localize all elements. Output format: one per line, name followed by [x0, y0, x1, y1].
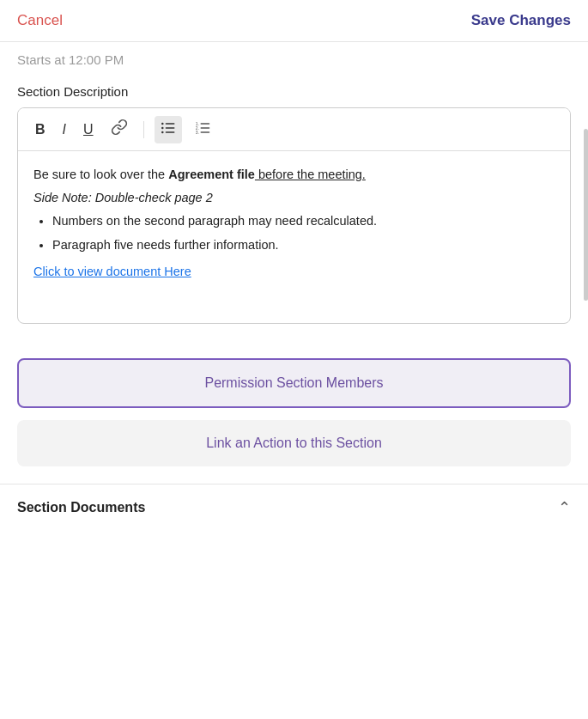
content-list: Numbers on the second paragraph may need… [52, 211, 555, 254]
document-link[interactable]: Click to view document Here [33, 265, 191, 278]
section-documents-title: Section Documents [17, 500, 145, 515]
chevron-up-icon: ⌃ [558, 498, 571, 517]
permission-section-members-button[interactable]: Permission Section Members [17, 358, 571, 408]
underline-button[interactable]: U [78, 119, 99, 141]
section-description-label: Section Description [17, 84, 571, 99]
link-button[interactable] [106, 115, 133, 143]
subheader-time: Starts at 12:00 PM [0, 42, 588, 70]
section-documents-area: Section Documents ⌃ [0, 484, 588, 531]
list-item-2: Paragraph five needs further information… [52, 235, 555, 255]
svg-point-4 [161, 126, 164, 129]
italic-button[interactable]: I [58, 119, 71, 141]
list-item-1: Numbers on the second paragraph may need… [52, 211, 555, 231]
bullet-list-button[interactable] [155, 116, 182, 143]
editor-toolbar: B I U [18, 108, 570, 151]
save-changes-button[interactable]: Save Changes [471, 12, 571, 29]
editor-content-area[interactable]: Be sure to look over the Agreement file … [18, 151, 570, 323]
main-content: Section Description B I U [0, 70, 588, 358]
numbered-list-button[interactable]: 1. 2. 3. [189, 116, 216, 143]
section-documents-header[interactable]: Section Documents ⌃ [17, 498, 571, 517]
action-buttons-area: Permission Section Members Link an Actio… [0, 358, 588, 484]
content-line1: Be sure to look over the Agreement file … [33, 165, 555, 185]
rich-text-editor: B I U [17, 107, 571, 324]
toolbar-separator [143, 121, 144, 138]
link-action-button[interactable]: Link an Action to this Section [17, 420, 571, 466]
cancel-button[interactable]: Cancel [17, 12, 63, 29]
starts-at-label: Starts at 12:00 PM [17, 52, 124, 67]
header-bar: Cancel Save Changes [0, 0, 588, 42]
scroll-indicator [584, 129, 588, 301]
svg-text:3.: 3. [195, 129, 198, 134]
content-line2-italic: Side Note: Double-check page 2 [33, 188, 555, 208]
bold-button[interactable]: B [30, 119, 51, 141]
svg-point-5 [161, 131, 164, 133]
svg-point-3 [161, 122, 164, 125]
